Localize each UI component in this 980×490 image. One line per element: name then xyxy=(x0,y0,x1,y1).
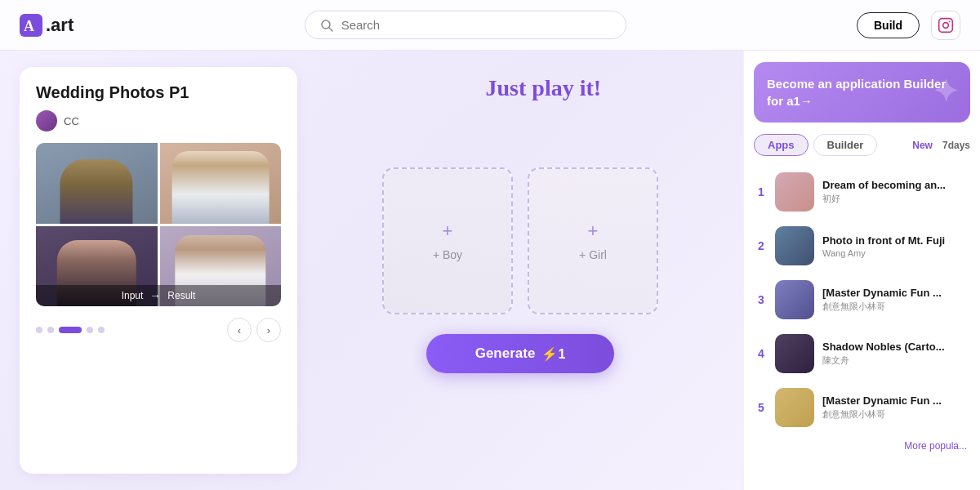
instagram-button[interactable] xyxy=(931,11,960,40)
time-7days[interactable]: 7days xyxy=(942,140,970,151)
app-thumb-1 xyxy=(775,172,814,212)
app-item-5[interactable]: 5 [Master Dynamic Fun ... 創意無限小林哥 xyxy=(749,381,975,434)
app-rank-5: 5 xyxy=(755,401,767,414)
upload-girl-plus-icon: + xyxy=(588,220,599,242)
app-name-1: Dream of becoming an... xyxy=(822,179,969,191)
app-rank-3: 3 xyxy=(755,293,767,306)
author-avatar xyxy=(36,110,57,131)
search-bar[interactable] xyxy=(305,11,626,39)
dot-4 xyxy=(87,327,93,333)
card-title: Wedding Photos P1 xyxy=(36,83,281,102)
author-name: CC xyxy=(64,115,79,127)
dots xyxy=(36,327,105,333)
app-info-5: [Master Dynamic Fun ... 創意無限小林哥 xyxy=(822,394,969,421)
dot-1 xyxy=(36,327,42,333)
app-sub-3: 創意無限小林哥 xyxy=(822,301,969,313)
svg-text:A: A xyxy=(24,18,34,34)
app-thumb-5 xyxy=(775,388,814,427)
generate-label: Generate xyxy=(475,345,536,362)
logo[interactable]: A .art xyxy=(20,14,74,37)
upload-girl-label: + Girl xyxy=(579,248,607,261)
input-label: Input xyxy=(122,290,144,301)
app-info-4: Shadow Nobles (Carto... 陳文舟 xyxy=(822,341,969,367)
promo-banner[interactable]: Become an application Builder for a1→ xyxy=(754,62,970,122)
app-rank-1: 1 xyxy=(755,185,767,198)
app-info-2: Photo in front of Mt. Fuji Wang Amy xyxy=(822,234,969,258)
app-thumb-2 xyxy=(775,226,814,265)
dot-5 xyxy=(98,327,105,333)
nav-arrows: ‹ › xyxy=(227,318,281,342)
center-area: Just play it! + + Boy + + Girl Generate … xyxy=(297,51,743,490)
app-item-1[interactable]: 1 Dream of becoming an... 初好 xyxy=(749,166,975,218)
tab-apps[interactable]: Apps xyxy=(754,134,808,156)
svg-rect-4 xyxy=(939,18,953,32)
left-card: Wedding Photos P1 CC Input → Result xyxy=(20,67,297,474)
tabs-row: Apps Builder New 7days xyxy=(744,134,980,156)
svg-point-6 xyxy=(949,20,951,22)
app-name-3: [Master Dynamic Fun ... xyxy=(822,287,969,299)
app-item-2[interactable]: 2 Photo in front of Mt. Fuji Wang Amy xyxy=(749,220,975,272)
image-label-row: Input → Result xyxy=(36,285,281,306)
app-rank-2: 2 xyxy=(755,239,767,252)
next-button[interactable]: › xyxy=(256,318,281,342)
tabs-left: Apps Builder xyxy=(754,134,877,156)
generate-cost: ⚡1 xyxy=(541,346,565,362)
prev-button[interactable]: ‹ xyxy=(227,318,252,342)
app-item-4[interactable]: 4 Shadow Nobles (Carto... 陳文舟 xyxy=(749,327,975,380)
navbar: A .art Build xyxy=(0,0,980,51)
tab-builder[interactable]: Builder xyxy=(813,134,878,156)
generate-button[interactable]: Generate ⚡1 xyxy=(426,334,615,373)
app-thumb-3 xyxy=(775,280,814,319)
result-label: Result xyxy=(167,290,195,301)
just-play-label: Just play it! xyxy=(486,75,602,101)
dot-3-active xyxy=(59,327,82,333)
image-grid: Input → Result xyxy=(36,143,281,306)
upload-girl-box[interactable]: + + Girl xyxy=(528,167,658,314)
app-sub-5: 創意無限小林哥 xyxy=(822,408,969,421)
search-input[interactable] xyxy=(341,18,611,32)
tabs-right: New 7days xyxy=(912,140,970,151)
upload-row: + + Boy + + Girl xyxy=(382,167,658,314)
app-name-4: Shadow Nobles (Carto... xyxy=(822,341,969,353)
app-sub-2: Wang Amy xyxy=(822,248,969,258)
logo-icon: A xyxy=(20,14,42,37)
app-list: 1 Dream of becoming an... 初好 2 Photo in … xyxy=(744,166,980,434)
promo-text: Become an application Builder for a1→ xyxy=(767,77,946,108)
card-author: CC xyxy=(36,110,281,131)
upload-boy-box[interactable]: + + Boy xyxy=(382,167,513,314)
time-new[interactable]: New xyxy=(912,140,933,151)
svg-point-5 xyxy=(943,22,949,28)
upload-boy-label: + Boy xyxy=(433,248,462,261)
right-sidebar: Become an application Builder for a1→ Ap… xyxy=(743,51,980,490)
image-cell-1 xyxy=(36,143,158,224)
arrow-right-icon: → xyxy=(149,289,161,302)
app-rank-4: 4 xyxy=(755,347,767,360)
app-thumb-4 xyxy=(775,334,814,373)
upload-boy-plus-icon: + xyxy=(443,220,453,242)
main-area: Wedding Photos P1 CC Input → Result xyxy=(0,51,980,490)
build-button[interactable]: Build xyxy=(857,12,920,38)
svg-line-3 xyxy=(329,28,332,31)
app-name-5: [Master Dynamic Fun ... xyxy=(822,394,969,407)
search-icon xyxy=(320,19,333,32)
app-item-3[interactable]: 3 [Master Dynamic Fun ... 創意無限小林哥 xyxy=(749,274,975,326)
app-name-2: Photo in front of Mt. Fuji xyxy=(822,234,969,247)
app-sub-4: 陳文舟 xyxy=(822,354,969,367)
card-nav: ‹ › xyxy=(36,318,281,342)
more-popular-link[interactable]: More popula... xyxy=(744,434,980,452)
logo-text: .art xyxy=(46,15,74,36)
dot-2 xyxy=(47,327,54,333)
image-cell-2 xyxy=(160,143,282,224)
app-info-1: Dream of becoming an... 初好 xyxy=(822,179,969,205)
app-info-3: [Master Dynamic Fun ... 創意無限小林哥 xyxy=(822,287,969,313)
nav-right: Build xyxy=(857,11,960,40)
app-sub-1: 初好 xyxy=(822,193,969,205)
